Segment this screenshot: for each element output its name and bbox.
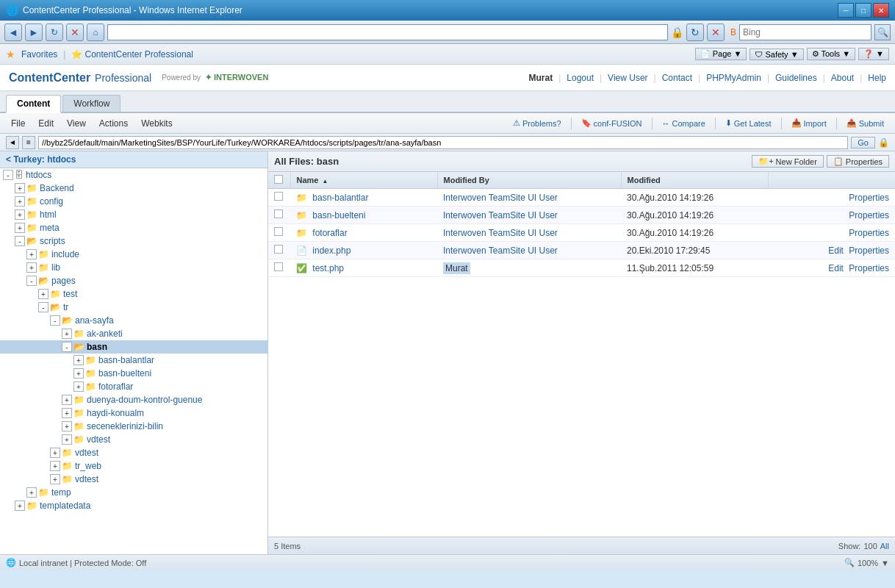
logout-link[interactable]: Logout: [567, 73, 594, 83]
minimize-button[interactable]: ─: [838, 3, 854, 18]
show-all-link[interactable]: All: [880, 542, 889, 551]
expander-config[interactable]: +: [15, 196, 25, 207]
safety-button[interactable]: 🛡 Safety ▼: [750, 49, 803, 60]
refresh-button[interactable]: ↻: [46, 24, 63, 41]
stop-button[interactable]: ✕: [66, 24, 84, 41]
expander-vdtest2[interactable]: +: [50, 448, 60, 458]
sidebar-item-vdtest3[interactable]: + 📁 vdtest: [0, 473, 267, 486]
expander-test[interactable]: +: [38, 289, 48, 299]
guidelines-link[interactable]: Guidelines: [775, 73, 817, 83]
sidebar-item-templatedata[interactable]: + 📁 templatedata: [0, 499, 267, 512]
import-action[interactable]: 📥 Import: [786, 116, 832, 130]
go-button[interactable]: Go: [851, 137, 875, 148]
expander-meta[interactable]: +: [15, 223, 25, 233]
expander-fotoraflar[interactable]: +: [73, 381, 84, 392]
expander-tr-web[interactable]: +: [50, 461, 60, 471]
properties-header-button[interactable]: 📋 Properties: [827, 155, 889, 168]
back-button[interactable]: ◄: [4, 24, 22, 41]
modby-link-2[interactable]: Interwoven TeamSite UI User: [443, 210, 558, 220]
sidebar-item-vdtest2[interactable]: + 📁 vdtest: [0, 446, 267, 459]
home-button[interactable]: ⌂: [87, 24, 104, 41]
properties-link-4[interactable]: Properties: [849, 245, 889, 256]
sidebar-item-backend[interactable]: + 📁 Backend: [0, 182, 267, 195]
file-link-4[interactable]: index.php: [312, 245, 351, 256]
expander-basn[interactable]: -: [62, 342, 72, 352]
maximize-button[interactable]: □: [855, 3, 871, 18]
menu-edit[interactable]: Edit: [33, 116, 59, 131]
sidebar-item-htdocs[interactable]: - 🗄 htdocs: [0, 168, 267, 182]
expander-basn-buelteni[interactable]: +: [73, 368, 84, 379]
properties-link-3[interactable]: Properties: [849, 228, 889, 238]
sidebar-item-html[interactable]: + 📁 html: [0, 208, 267, 221]
sidebar-item-haydi[interactable]: + 📁 haydi-konualm: [0, 406, 267, 420]
sidebar-item-basn-buelteni[interactable]: + 📁 basn-buelteni: [0, 367, 267, 380]
sidebar-item-seceneklerinizi[interactable]: + 📁 seceneklerinizi-bilin: [0, 420, 267, 433]
sidebar-item-include[interactable]: + 📁 include: [0, 248, 267, 261]
refresh2-button[interactable]: ↻: [686, 24, 704, 41]
sidebar-item-pages[interactable]: - 📂 pages: [0, 274, 267, 287]
page-button[interactable]: 📄 Page ▼: [695, 48, 747, 60]
problems-action[interactable]: ⚠ Problems?: [508, 116, 567, 130]
sidebar-item-duenya[interactable]: + 📁 duenya-doum-kontrol-guenue: [0, 393, 267, 406]
expander-pages[interactable]: -: [26, 276, 37, 286]
get-latest-action[interactable]: ⬇ Get Latest: [720, 116, 777, 130]
sidebar-item-meta[interactable]: + 📁 meta: [0, 221, 267, 234]
contact-link[interactable]: Contact: [662, 73, 692, 83]
select-all-checkbox[interactable]: [274, 175, 283, 184]
submit-action[interactable]: 📤 Submit: [841, 116, 889, 130]
path-list-button[interactable]: ≡: [22, 136, 35, 149]
path-input[interactable]: //bybz25/default/main/MarketingSites/BSP…: [38, 136, 848, 149]
path-back-button[interactable]: ◄: [6, 136, 19, 149]
modby-link-1[interactable]: Interwoven TeamSite UI User: [443, 193, 558, 203]
expander-lib[interactable]: +: [26, 262, 37, 273]
menu-actions[interactable]: Actions: [94, 116, 133, 131]
file-link-2[interactable]: basn-buelteni: [312, 210, 365, 220]
modby-link-3[interactable]: Interwoven TeamSite UI User: [443, 228, 558, 238]
row-checkbox-1[interactable]: [274, 192, 283, 201]
menu-view[interactable]: View: [62, 116, 91, 131]
conf-fusion-action[interactable]: 🔖 conf-FUSION: [576, 116, 647, 130]
properties-link-1[interactable]: Properties: [849, 193, 889, 203]
menu-file[interactable]: File: [6, 116, 30, 131]
expander-tr[interactable]: -: [38, 302, 48, 312]
th-modified-by[interactable]: Modified By: [437, 172, 621, 189]
expander-include[interactable]: +: [26, 249, 37, 259]
tab-workflow[interactable]: Workflow: [62, 95, 121, 112]
sidebar-item-tr-web[interactable]: + 📁 tr_web: [0, 459, 267, 473]
expander-html[interactable]: +: [15, 209, 25, 220]
tab-content[interactable]: Content: [6, 95, 61, 113]
expander-duenya[interactable]: +: [62, 395, 72, 405]
sidebar-item-lib[interactable]: + 📁 lib: [0, 261, 267, 274]
expander-vdtest-sub[interactable]: +: [62, 434, 72, 445]
expander-seceneklerinizi[interactable]: +: [62, 421, 72, 431]
stop2-button[interactable]: ✕: [707, 24, 725, 41]
menu-webkits[interactable]: Webkits: [136, 116, 177, 131]
compare-action[interactable]: ↔ Compare: [657, 117, 711, 130]
row-checkbox-3[interactable]: [274, 227, 283, 236]
forward-button[interactable]: ►: [25, 24, 43, 41]
expander-backend[interactable]: +: [15, 183, 25, 193]
expander-ak-anketi[interactable]: +: [62, 329, 72, 339]
zoom-dropdown-icon[interactable]: ▼: [881, 559, 889, 567]
sidebar-item-tr[interactable]: - 📂 tr: [0, 301, 267, 314]
file-link-1[interactable]: basn-balantlar: [312, 193, 368, 203]
row-checkbox-2[interactable]: [274, 209, 283, 218]
search-button[interactable]: 🔍: [874, 24, 891, 40]
about-link[interactable]: About: [831, 73, 854, 83]
favorites-label[interactable]: Favorites: [21, 49, 57, 60]
expander-temp[interactable]: +: [26, 487, 37, 498]
edit-link-4[interactable]: Edit: [828, 245, 844, 256]
row-checkbox-5[interactable]: [274, 262, 283, 271]
help-nav-link[interactable]: Help: [868, 73, 886, 83]
file-link-5[interactable]: test.php: [312, 263, 344, 273]
expander-basn-balantlar[interactable]: +: [73, 355, 84, 365]
sidebar-item-basn[interactable]: - 📂 basn: [0, 340, 267, 354]
fav-item-contentcenter[interactable]: ⭐ ContentCenter Professional: [71, 49, 193, 60]
properties-link-5[interactable]: Properties: [849, 263, 889, 273]
file-link-3[interactable]: fotoraflar: [312, 228, 347, 238]
sidebar-item-config[interactable]: + 📁 config: [0, 195, 267, 208]
sidebar-item-basn-balantlar[interactable]: + 📁 basn-balantlar: [0, 354, 267, 367]
sidebar-item-ana-sayfa[interactable]: - 📂 ana-sayfa: [0, 314, 267, 327]
new-folder-button[interactable]: 📁+ New Folder: [752, 155, 824, 168]
th-modified[interactable]: Modified: [621, 172, 768, 189]
